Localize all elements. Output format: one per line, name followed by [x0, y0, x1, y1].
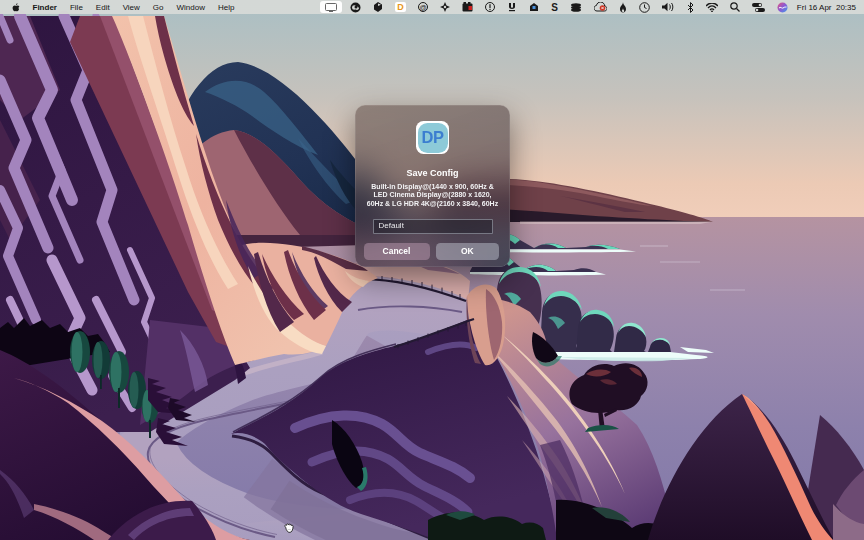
svg-text:@: @ — [420, 4, 427, 11]
